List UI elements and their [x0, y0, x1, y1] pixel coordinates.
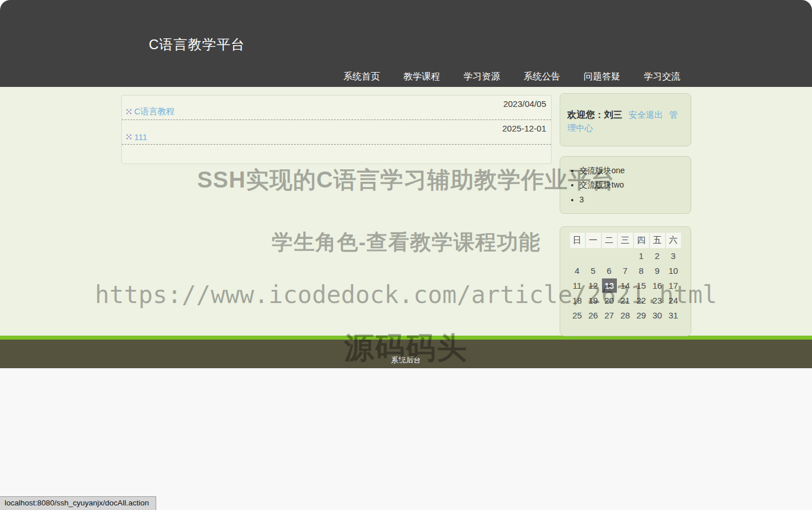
calendar-weekday: 六 — [666, 233, 681, 248]
calendar-day: 8 — [634, 264, 649, 278]
calendar-day: 24 — [666, 293, 681, 308]
page-title: C语言教学平台 — [149, 35, 245, 54]
forum-item: 交流版块one — [580, 165, 686, 176]
calendar-day: 12 — [586, 278, 601, 293]
calendar-day-empty — [586, 249, 601, 263]
calendar-weekday: 四 — [634, 233, 649, 248]
welcome-label: 欢迎您： — [568, 110, 604, 119]
list-bullet-icon — [126, 134, 132, 140]
calendar-weekday: 二 — [602, 233, 617, 248]
app-footer: 系统后台 — [0, 340, 812, 368]
content-area: 2023/04/05C语言教程2025-12-01111 欢迎您：刘三安全退出管… — [0, 87, 812, 336]
doc-link-line: 111 — [126, 132, 148, 142]
calendar-day: 28 — [618, 308, 633, 322]
calendar-day: 26 — [586, 308, 601, 322]
doc-link-line: C语言教程 — [126, 106, 175, 117]
status-bar-url: localhost:8080/ssh_cyuyanjx/docAll.actio… — [0, 496, 156, 510]
doc-date: 2023/04/05 — [503, 99, 546, 109]
content-wrapper: 2023/04/05C语言教程2025-12-01111 欢迎您：刘三安全退出管… — [121, 87, 691, 336]
backend-link[interactable]: 系统后台 — [391, 355, 421, 365]
calendar-day: 10 — [666, 264, 681, 278]
forum-list: 交流版块one交流版块two3 — [560, 165, 691, 205]
calendar-day: 31 — [666, 308, 681, 322]
nav-item-1[interactable]: 教学课程 — [403, 71, 440, 83]
calendar-day-empty — [570, 249, 585, 263]
nav-item-0[interactable]: 系统首页 — [343, 71, 380, 83]
calendar-day: 2 — [650, 249, 665, 263]
calendar-day: 7 — [618, 264, 633, 278]
calendar-day: 19 — [586, 293, 601, 308]
calendar-day: 18 — [570, 293, 585, 308]
page-bottom-filler — [0, 368, 812, 510]
calendar-day: 21 — [618, 293, 633, 308]
document-list: 2023/04/05C语言教程2025-12-01111 — [121, 95, 552, 164]
calendar-weekday: 一 — [586, 233, 601, 248]
nav-item-3[interactable]: 系统公告 — [524, 71, 560, 83]
forum-item: 交流版块two — [580, 179, 686, 190]
forum-item: 3 — [580, 194, 686, 205]
calendar-day: 25 — [570, 308, 585, 322]
calendar-panel: 日一二三四五六123456789101112131415161718192021… — [560, 226, 691, 336]
calendar-week-row: 45678910 — [570, 264, 681, 278]
calendar-day: 22 — [634, 293, 649, 308]
calendar-day: 27 — [602, 308, 617, 322]
main-nav: 系统首页教学课程学习资源系统公告问题答疑学习交流 — [343, 71, 680, 83]
calendar-day: 29 — [634, 308, 649, 322]
calendar-day: 4 — [570, 264, 585, 278]
calendar-weekday: 五 — [650, 233, 665, 248]
user-panel: 欢迎您：刘三安全退出管理中心 — [560, 93, 691, 146]
calendar-week-row: 18192021222324 — [570, 293, 681, 308]
username: 刘三 — [604, 110, 623, 119]
calendar-day: 5 — [586, 264, 601, 278]
calendar-day: 6 — [602, 264, 617, 278]
calendar-day: 9 — [650, 264, 665, 278]
nav-item-5[interactable]: 学习交流 — [644, 71, 680, 83]
calendar-day: 16 — [650, 278, 665, 293]
calendar-day: 17 — [666, 278, 681, 293]
calendar-day-selected: 13 — [602, 278, 617, 293]
forum-panel: 交流版块one交流版块two3 — [560, 156, 691, 214]
calendar-table: 日一二三四五六123456789101112131415161718192021… — [569, 232, 682, 323]
calendar-day: 15 — [634, 278, 649, 293]
calendar-day: 23 — [650, 293, 665, 308]
calendar-day: 30 — [650, 308, 665, 322]
calendar-day: 11 — [570, 278, 585, 293]
calendar-weekday: 日 — [570, 233, 585, 248]
calendar-day: 1 — [634, 249, 649, 263]
doc-link[interactable]: C语言教程 — [134, 106, 175, 117]
calendar-weekday: 三 — [618, 233, 633, 248]
sidebar: 欢迎您：刘三安全退出管理中心 交流版块one交流版块two3 日一二三四五六12… — [560, 93, 691, 336]
calendar-day: 20 — [602, 293, 617, 308]
calendar-week-row: 123 — [570, 249, 681, 263]
logout-link[interactable]: 安全退出 — [629, 110, 663, 119]
calendar-day: 3 — [666, 249, 681, 263]
calendar-day-empty — [602, 249, 617, 263]
doc-link[interactable]: 111 — [134, 132, 148, 142]
calendar-week-row: 25262728293031 — [570, 308, 681, 322]
calendar-day: 14 — [618, 278, 633, 293]
doc-date: 2025-12-01 — [502, 123, 546, 133]
doc-row: 2023/04/05C语言教程 — [122, 95, 551, 120]
nav-item-2[interactable]: 学习资源 — [464, 71, 500, 83]
doc-row: 2025-12-01111 — [122, 120, 551, 145]
calendar-week-row: 11121314151617 — [570, 278, 681, 293]
nav-item-4[interactable]: 问题答疑 — [584, 71, 620, 83]
calendar-day-empty — [618, 249, 633, 263]
app-header: C语言教学平台 系统首页教学课程学习资源系统公告问题答疑学习交流 — [0, 0, 812, 87]
list-bullet-icon — [126, 109, 132, 114]
doc-row-empty — [122, 145, 551, 164]
footer-accent-bar — [0, 336, 812, 340]
calendar-weekday-row: 日一二三四五六 — [570, 233, 681, 248]
